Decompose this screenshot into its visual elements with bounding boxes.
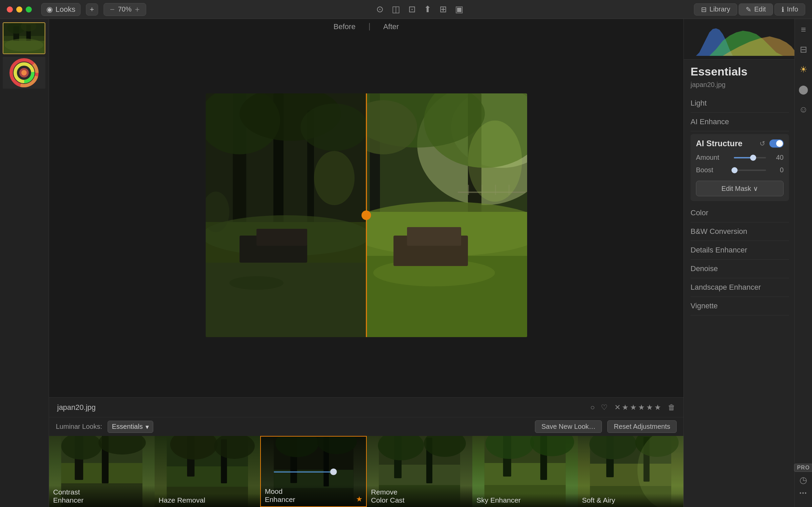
layers-icon[interactable]: ≡ [801,24,806,35]
eye-icon[interactable]: ⊙ [376,4,384,15]
traffic-lights [7,6,32,13]
grid-icon[interactable]: ⊞ [439,4,447,15]
info-nav-button[interactable]: ℹ Info [774,3,805,16]
look-star-mood: ★ [356,495,363,504]
ai-structure-controls: ↺ [760,139,784,148]
section-title-color[interactable]: Color [691,208,789,217]
share-icon[interactable]: ⬆ [424,4,431,15]
palette-icon[interactable]: ⬤ [798,84,808,95]
library-label: Library [709,5,730,13]
edit-nav-button[interactable]: ✎ Edit [739,3,773,16]
edit-icon: ✎ [746,5,751,14]
reject-icon[interactable]: ✕ [614,403,621,412]
section-title-bw[interactable]: B&W Conversion [691,227,789,236]
rating-stars: ✕ ★ ★ ★ ★ ★ [614,403,661,412]
thumbnail-forest[interactable] [3,22,45,54]
looks-button[interactable]: ◉ Looks [41,3,81,16]
looks-dropdown[interactable]: Essentials ▾ [108,421,153,433]
svg-point-29 [314,151,355,205]
boost-label: Boost [696,166,730,174]
star-2[interactable]: ★ [630,403,637,412]
section-title-details[interactable]: Details Enhancer [691,246,789,255]
boost-slider-thumb[interactable] [731,167,738,173]
boost-slider-track[interactable] [734,170,766,171]
close-button[interactable] [7,6,13,13]
section-color: Color [691,204,789,222]
section-title-ai-enhance[interactable]: AI Enhance [691,117,789,126]
sun-adjustment-icon[interactable]: ☀ [799,64,807,75]
star-1[interactable]: ★ [622,403,629,412]
filmstrip-icon[interactable]: ▣ [455,4,464,15]
histogram-area [684,19,812,60]
amount-label: Amount [696,154,730,161]
section-title-denoise[interactable]: Denoise [691,264,789,273]
look-thumb-mood-enhancer[interactable]: MoodEnhancer ★ [260,436,367,507]
look-thumb-haze-removal[interactable]: Haze Removal [155,436,260,507]
split-line[interactable] [366,93,367,337]
trash-icon[interactable]: 🗑 [668,403,675,412]
section-title-light[interactable]: Light [691,99,789,108]
section-title-vignette[interactable]: Vignette [691,302,789,310]
look-thumb-contrast-enhancer[interactable]: ContrastEnhancer [49,436,155,507]
svg-rect-44 [407,227,461,246]
before-photo-svg [206,93,366,337]
image-canvas [49,33,683,397]
section-title-landscape[interactable]: Landscape Enhancer [691,283,789,292]
before-photo [206,93,366,337]
look-label-soft-airy: Soft & Airy [578,493,683,507]
looks-dropdown-value: Essentials [112,423,143,431]
edit-label: Edit [754,5,766,13]
split-view-icon[interactable]: ◫ [392,4,400,15]
add-button[interactable]: + [86,3,98,16]
circle-icon[interactable]: ○ [590,403,595,412]
amount-slider-track[interactable] [734,157,766,158]
sliders-icon[interactable]: ⊟ [800,44,807,55]
photo-container[interactable] [206,93,527,337]
amount-slider-thumb[interactable] [750,155,756,161]
svg-point-73 [330,468,337,475]
look-thumb-sky-enhancer[interactable]: Sky Enhancer [472,436,578,507]
library-icon: ⊟ [701,5,707,14]
svg-point-22 [300,104,366,151]
maximize-button[interactable] [26,6,32,13]
edit-mask-button[interactable]: Edit Mask ∨ [696,181,784,196]
reset-adjustments-button[interactable]: Reset Adjustments [607,420,677,433]
chevron-down-icon: ▾ [145,423,149,431]
zoom-plus-button[interactable]: + [133,5,142,14]
more-icon[interactable]: ••• [799,490,807,496]
ai-structure-toggle[interactable] [769,139,784,148]
section-denoise: Denoise [691,260,789,278]
star-5[interactable]: ★ [654,403,661,412]
zoom-level-display: 70% [118,5,132,13]
minimize-button[interactable] [16,6,22,13]
ai-structure-section: AI Structure ↺ Amount 40 [691,134,789,201]
split-handle[interactable] [362,211,371,220]
svg-point-26 [229,276,284,290]
main-area: Before After [0,19,812,507]
section-details: Details Enhancer [691,241,789,260]
crop-icon[interactable]: ⊡ [408,4,416,15]
looks-bar: Luminar Looks: Essentials ▾ Save New Loo… [49,417,683,436]
look-thumb-remove-color-cast[interactable]: RemoveColor Cast [367,436,472,507]
svg-point-14 [21,70,27,75]
left-panel [0,19,49,507]
bottom-bar: japan20.jpg ○ ♡ ✕ ★ ★ ★ ★ ★ 🗑 [49,397,683,417]
save-new-look-button[interactable]: Save New Look… [535,420,602,433]
svg-rect-28 [256,229,307,246]
clock-icon[interactable]: ◷ [799,475,807,485]
face-icon[interactable]: ☺ [799,104,808,115]
star-3[interactable]: ★ [638,403,645,412]
after-photo-svg [366,93,527,337]
star-4[interactable]: ★ [646,403,653,412]
zoom-minus-button[interactable]: − [108,5,117,14]
section-vignette: Vignette [691,297,789,315]
titlebar: ◉ Looks + − 70% + ⊙ ◫ ⊡ ⬆ ⊞ ▣ ⊟ Library … [0,0,812,19]
library-nav-button[interactable]: ⊟ Library [694,3,737,16]
heart-icon[interactable]: ♡ [601,403,608,412]
panel-filename: japan20.jpg [691,81,789,89]
toggle-knob [776,140,783,147]
thumbnail-colorful[interactable] [3,57,45,89]
look-thumb-soft-airy[interactable]: Soft & Airy [578,436,683,507]
section-landscape: Landscape Enhancer [691,278,789,297]
ai-structure-reset-button[interactable]: ↺ [760,139,765,148]
